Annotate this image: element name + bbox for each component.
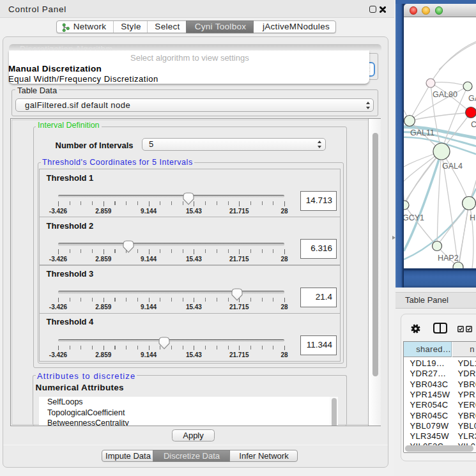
svg-text:GAL11: GAL11	[410, 128, 434, 137]
svg-text:GA: GA	[468, 94, 476, 103]
svg-text:GAL80: GAL80	[433, 90, 457, 99]
svg-text:H: H	[470, 213, 475, 222]
svg-text:HAP2: HAP2	[438, 254, 459, 263]
svg-text:GCY1: GCY1	[404, 213, 424, 222]
svg-text:GAL4: GAL4	[442, 162, 463, 171]
svg-text:C: C	[471, 120, 476, 129]
